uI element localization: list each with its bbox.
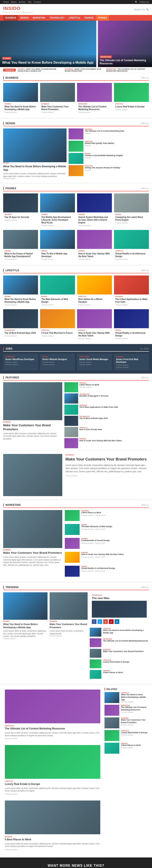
nav-design[interactable]: Design <box>18 15 30 21</box>
trending-product-actions: f t g p in <box>92 619 147 624</box>
nav-phones[interactable]: Phones <box>96 15 109 21</box>
lifestyle2-card-0[interactable]: TECHNOLOGY Top 10 Best Android Apps 2015… <box>3 309 38 341</box>
trending-right-1[interactable]: MARKETING The Ultimate List of Content M… <box>90 638 149 647</box>
trending-left[interactable]: PHONES What You Need to Know Before Deve… <box>3 592 48 680</box>
trending-right-0[interactable]: LIFESTYLE What You Need to Know Before D… <box>90 628 149 637</box>
marketing-side-1[interactable]: DESIGN The Main Elements of Web Design T… <box>65 524 149 535</box>
phones-card-2[interactable]: FINANCE Search Engine Marketing and its … <box>77 193 112 228</box>
marketing-side-4[interactable]: DESIGN Virtual Reality in Architectural … <box>65 566 149 577</box>
phones2-card-3[interactable]: LIFESTYLE Virtual Reality in Architectur… <box>114 230 149 261</box>
nav-about[interactable]: About <box>11 1 17 3</box>
business-card-2[interactable]: MARKETING The Ultimate List of Content M… <box>77 83 112 115</box>
design-side-item-0[interactable]: BUSINESS The Ultimate List of Content Ma… <box>69 128 149 140</box>
lifestyle-card-1[interactable]: DESIGN The Main Elements of Web Design T… <box>40 276 75 307</box>
share-fb-button[interactable]: f <box>92 619 96 624</box>
marketing-side-0[interactable]: BUSINESS 3 Best Places to Work Thomas Je… <box>65 510 149 521</box>
bottom-sidebar-3[interactable]: LIFESTYLE Luxury Real Estate in Europe T… <box>104 730 149 741</box>
nav-marketing[interactable]: Marketing <box>30 15 48 21</box>
design-featured-layout: DESIGN What You Need to Know Before Deve… <box>3 128 149 180</box>
design-see-all[interactable]: SEE ALL <box>141 122 149 124</box>
trending-right-3[interactable]: LIFESTYLE Luxury Real Estate in Europe <box>90 659 149 668</box>
bottom-article-0[interactable]: MARKETING The Ultimate List of Content M… <box>3 688 102 741</box>
trending-center[interactable]: BUSINESS Make Your Customers Your Brand … <box>50 592 88 680</box>
lifestyle-card-0-title: What You Need to Know Before Developing … <box>4 298 37 303</box>
marketing-see-all[interactable]: SEE ALL <box>141 504 149 506</box>
phones-card-3-title: Comparing the Latest Word Press Engine <box>115 216 148 221</box>
phones2-card-0[interactable]: PHONES What Is the Future of Hybrid Mobi… <box>3 230 38 261</box>
topbar-nav[interactable]: Home About Archive Ads Contact <box>3 1 43 3</box>
marketing-side-2[interactable]: PHONES Fundamentals of Sound Design Thom… <box>65 538 149 549</box>
lifestyle-see-all[interactable]: SEE ALL <box>141 269 149 272</box>
share-gp-button[interactable]: g <box>103 619 108 624</box>
jobs-see-all[interactable]: ALL JOBS <box>140 348 149 350</box>
business-card-3[interactable]: LIFESTYLE Luxury Real Estate in Europe T… <box>114 83 149 115</box>
job-card-3[interactable]: WEB DEV Senior Front End Web Developer T… <box>114 354 149 370</box>
nav-archive[interactable]: Archive <box>19 1 26 3</box>
business-see-all[interactable]: SEE ALL <box>141 77 149 79</box>
trending-see-all[interactable]: SEE ALL <box>141 586 149 588</box>
lifestyle-card-3[interactable]: BUSINESS The 5 Best Applications to Make… <box>114 276 149 307</box>
nav-ads[interactable]: Ads <box>28 1 31 3</box>
hero-main[interactable]: PHONES What You Need to Know Before Deve… <box>0 21 96 67</box>
nav-lifestyle[interactable]: Lifestyle <box>67 15 82 21</box>
featured-promo-item-2[interactable]: BUSINESS The 5 Best Applications to Make… <box>64 405 149 415</box>
design-main-article[interactable]: DESIGN What You Need to Know Before Deve… <box>3 128 66 180</box>
site-logo[interactable]: INSIDO <box>3 6 33 11</box>
bottom-sidebar-0[interactable]: LIFESTYLE What You Need to Know Before D… <box>104 692 149 703</box>
lifestyle-card-0[interactable]: PHONES What You Need to Know Before Deve… <box>3 276 38 307</box>
lifestyle2-card-2[interactable]: FINANCE How to Scale Your Startup With t… <box>77 309 112 341</box>
job-card-1[interactable]: DESIGN Senior Website Designer Thomas Je… <box>40 354 75 370</box>
lifestyle2-card-3[interactable]: DESIGN Virtual Reality in Architectural … <box>114 309 149 341</box>
featured-promo-item-4[interactable]: LIFESTYLE How to Give Private Data <box>64 427 149 437</box>
job-card-2[interactable]: SOCIAL MEDIA Junior Social Media Manager… <box>77 354 112 370</box>
design-side-item-3[interactable]: LIFESTYLE Getting The Seasons Ready for … <box>69 165 149 176</box>
featured-promo-item-5[interactable]: FINANCE How to Scale Your Startup With t… <box>64 438 149 448</box>
featured-promo-title: FEATURED <box>3 376 19 379</box>
ticker-item-0[interactable]: PHONES What You Need to Know Before Deve… <box>18 68 61 72</box>
lifestyle2-card-1[interactable]: LIFESTYLE 5 Food That Must Eat in France… <box>40 309 75 341</box>
bottom-sidebar-2[interactable]: BUSINESS Make Your Customers Your Brand … <box>104 717 149 728</box>
phones2-card-2[interactable]: PHONES How to Scale Your Startup With th… <box>77 230 112 261</box>
phones-see-all[interactable]: SEE ALL <box>141 187 149 189</box>
phones-card-0[interactable]: SECURITY Top 10 Apps for Security Thomas… <box>3 193 38 228</box>
trending-right-2[interactable]: BUSINESS Make Your Customers Your Brand … <box>90 649 149 658</box>
business-card-1[interactable]: BUSINESS Make Your Customers Your Brand … <box>40 83 75 115</box>
phones2-card-1[interactable]: DESIGN How To Hire A Mobile App Develope… <box>40 230 75 261</box>
featured-promo-main[interactable]: BUSINESS Make Your Customers Your Brand … <box>3 382 62 448</box>
share-pi-button[interactable]: p <box>109 619 114 624</box>
marketing-main-card[interactable]: BUSINESS Make Your Customers Your Brand … <box>3 510 62 578</box>
featured-promo-item-3[interactable]: TECHNOLOGY Top 10 Best Android Apps 2015 <box>64 416 149 426</box>
search-icon[interactable]: 🔍 <box>135 1 138 3</box>
bottom-sidebar-4[interactable]: FINANCE 3 Best Places to Work Thomas Jen… <box>104 743 149 754</box>
nav-technology[interactable]: Technology <box>48 15 67 21</box>
ticker-item-1[interactable]: BUSINESS Make Your Customers Your Brand … <box>65 68 102 72</box>
nav-home[interactable]: Home <box>3 1 9 3</box>
trending-right-4[interactable]: FINANCE 3 Best Places to Work <box>90 670 149 679</box>
share-li-button[interactable]: in <box>115 619 119 624</box>
bottom-sidebar-1[interactable]: MARKETING The Ultimate List of Content M… <box>104 705 149 716</box>
nav-business[interactable]: Business <box>3 15 18 21</box>
ticker-item-2[interactable]: MARKETING The Ultimate List of Content M… <box>106 68 148 72</box>
featured-promo-see-all[interactable]: SEE ALL <box>141 376 149 379</box>
design-side-item-1[interactable]: LIFESTYLE Global Data Quality Team Marke… <box>69 141 149 152</box>
phones-card-3[interactable]: DESIGN Comparing the Latest Word Press E… <box>114 193 149 228</box>
follow-link[interactable]: Follow Us <box>140 1 149 3</box>
lifestyle-card-2[interactable]: LIFESTYLE Best Option for a Winter Vacat… <box>77 276 112 307</box>
featured-promo-item-1[interactable]: TECHNOLOGY Benefits of Managed IT Servic… <box>64 393 149 404</box>
main-nav[interactable]: Business Design Marketing Technology Lif… <box>0 15 152 21</box>
design-side-item-2[interactable]: DESIGN Content & Social Media Marketing … <box>69 153 149 164</box>
share-tw-button[interactable]: t <box>97 619 102 624</box>
nav-contact[interactable]: Contact <box>34 1 41 3</box>
hero-side[interactable]: MARKETING The Ultimate List of Content M… <box>98 21 152 67</box>
phones-card-1[interactable]: PHONES The Mobile App Development Lifecy… <box>40 193 75 228</box>
search-icon[interactable]: 🔍 <box>146 8 149 11</box>
business-card-0[interactable]: PHONES What You Need to Know Before Deve… <box>3 83 38 115</box>
header-search[interactable]: Search Us 🔍 <box>134 8 149 11</box>
marketing-side-3[interactable]: FINANCE How to Scale Your Startup With t… <box>65 552 149 563</box>
job-card-0[interactable]: WORDPRESS Senior WordPress Developer Tho… <box>3 354 38 370</box>
featured-promo-item-0[interactable]: FINANCE 3 Best Places to Work Thomas Jen… <box>64 382 149 392</box>
bottom-article-2[interactable]: BUSINESS 5 Best Places to Work Lorem ips… <box>3 799 102 852</box>
nav-finance[interactable]: Finance <box>82 15 96 21</box>
bottom-article-1[interactable]: LIFESTYLE Luxury Real Estate in Europe L… <box>3 743 102 797</box>
phones2-card-0-img <box>3 230 38 249</box>
